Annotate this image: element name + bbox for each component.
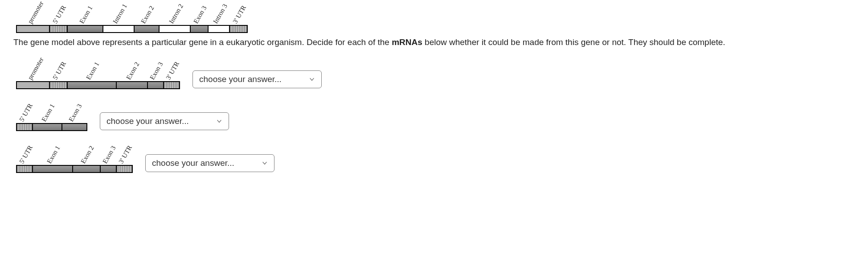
option-1-label-2: Exon 3 — [67, 103, 83, 123]
option-2-diagram: 5' UTRExon 1Exon 2Exon 33' UTR — [16, 140, 133, 173]
option-2-label-4: 3' UTR — [117, 144, 134, 165]
option-0-seg-5 — [163, 82, 179, 88]
chevron-down-icon — [216, 118, 222, 124]
option-2-seg-4 — [116, 166, 132, 172]
chevron-down-icon — [262, 160, 268, 166]
option-1-dropdown[interactable]: choose your answer... — [100, 112, 229, 130]
question-text: The gene model above represents a partic… — [13, 37, 855, 48]
option-row-0: promoter5' UTRExon 1Exon 2Exon 33' UTRch… — [13, 56, 855, 89]
option-2-label-3: Exon 3 — [101, 144, 117, 165]
gene-model-seg-0 — [17, 26, 49, 32]
option-1-label-0: 5' UTR — [18, 102, 34, 123]
gene-model-diagram: promoter5' UTRExon 1Intron 1Exon 2Intron… — [16, 0, 855, 33]
question-pre: The gene model above represents a partic… — [13, 37, 392, 47]
gene-model-seg-8 — [229, 26, 247, 32]
chevron-down-icon — [309, 76, 315, 82]
dropdown-placeholder: choose your answer... — [106, 116, 189, 126]
gene-model-label-6: Exon 3 — [192, 4, 208, 25]
gene-model-seg-6 — [190, 26, 208, 32]
dropdown-placeholder: choose your answer... — [199, 74, 282, 84]
option-2-seg-0 — [17, 166, 32, 172]
option-0-seg-3 — [116, 82, 147, 88]
option-2-label-0: 5' UTR — [18, 144, 34, 165]
option-0-diagram: promoter5' UTRExon 1Exon 2Exon 33' UTR — [16, 56, 180, 89]
option-0-label-5: 3' UTR — [164, 60, 181, 81]
gene-model-label-5: Intron 2 — [168, 3, 185, 25]
option-row-2: 5' UTRExon 1Exon 2Exon 33' UTRchoose you… — [13, 140, 855, 173]
option-2-seg-1 — [32, 166, 72, 172]
option-0-label-0: promoter — [26, 56, 45, 81]
option-2-seg-3 — [100, 166, 116, 172]
option-0-seg-4 — [147, 82, 163, 88]
option-1-diagram: 5' UTRExon 1Exon 3 — [16, 98, 87, 131]
dropdown-placeholder: choose your answer... — [152, 158, 234, 168]
gene-model-label-3: Intron 1 — [111, 3, 129, 25]
option-0-dropdown[interactable]: choose your answer... — [192, 70, 322, 88]
gene-model-label-0: promoter — [26, 0, 45, 25]
option-row-1: 5' UTRExon 1Exon 3choose your answer... — [13, 98, 855, 131]
gene-model-seg-5 — [159, 26, 190, 32]
option-2-seg-2 — [72, 166, 100, 172]
gene-model-seg-3 — [102, 26, 134, 32]
option-0-seg-0 — [17, 82, 49, 88]
option-0-label-3: Exon 2 — [125, 61, 141, 81]
option-2-label-2: Exon 2 — [79, 144, 95, 165]
gene-model-seg-7 — [208, 26, 229, 32]
option-2-dropdown[interactable]: choose your answer... — [145, 154, 274, 172]
gene-model-seg-2 — [67, 26, 102, 32]
option-0-label-2: Exon 1 — [85, 61, 101, 81]
option-0-label-4: Exon 3 — [148, 61, 164, 81]
gene-model-label-1: 5' UTR — [51, 4, 68, 25]
option-0-label-1: 5' UTR — [51, 60, 68, 81]
gene-model-label-7: Intron 3 — [212, 3, 229, 25]
option-1-label-1: Exon 1 — [40, 103, 56, 123]
gene-model-seg-4 — [134, 26, 159, 32]
gene-model-label-8: 3' UTR — [231, 4, 248, 25]
option-1-seg-1 — [32, 124, 61, 130]
gene-model-seg-1 — [49, 26, 67, 32]
question-post: below whether it could be made from this… — [422, 37, 725, 47]
option-0-seg-1 — [49, 82, 67, 88]
option-1-seg-0 — [17, 124, 32, 130]
gene-model-label-2: Exon 1 — [78, 4, 94, 25]
option-1-seg-2 — [61, 124, 86, 130]
question-bold: mRNAs — [392, 37, 422, 47]
option-0-seg-2 — [67, 82, 116, 88]
option-2-label-1: Exon 1 — [45, 144, 61, 165]
gene-model-label-4: Exon 2 — [139, 4, 156, 25]
